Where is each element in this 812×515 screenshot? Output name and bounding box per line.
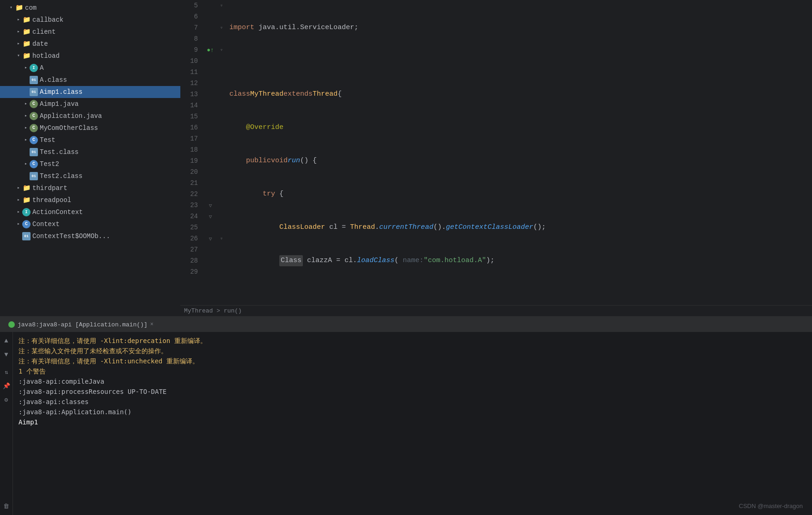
label-com: com <box>25 3 37 13</box>
tree-item-ActionContext[interactable]: I ActionContext <box>0 206 180 218</box>
tree-item-Aimp1-class[interactable]: 01 Aimp1.class <box>0 86 180 98</box>
tree-item-Aimp1-java[interactable]: C Aimp1.java <box>0 98 180 110</box>
label-MyComOtherClass: MyComOtherClass <box>40 123 98 133</box>
folder-icon-client: 📁 <box>22 28 31 36</box>
gutter-11 <box>203 67 217 78</box>
gutter-20 <box>203 166 217 178</box>
settings-button[interactable]: ⚙ <box>1 395 12 405</box>
gutter-24: ▽ <box>203 211 217 222</box>
filter-button[interactable]: ⇅ <box>1 367 12 377</box>
java-icon-Test2: C <box>30 160 38 168</box>
tree-item-Test[interactable]: C Test <box>0 134 180 146</box>
label-Test2-class: Test2.class <box>40 171 82 181</box>
scroll-down-button[interactable]: ▼ <box>1 349 12 360</box>
java-icon-Application: C <box>30 112 38 120</box>
folder-icon-com: 📁 <box>15 4 23 12</box>
arrow-Context <box>15 219 22 229</box>
classfile-icon-Test-class: 01 <box>30 148 38 156</box>
gutter-21 <box>203 178 217 189</box>
folder-icon-threadpool: 📁 <box>22 196 31 204</box>
arrow-date <box>15 39 22 49</box>
code-line-10: try { <box>229 189 808 200</box>
console-line-3: 注：有关详细信息，请使用 -Xlint:unchecked 重新编译。 <box>18 356 806 366</box>
tree-item-date[interactable]: 📁 date <box>0 38 180 50</box>
interface-icon-ActionContext: I <box>22 208 31 216</box>
tree-item-MyComOtherClass[interactable]: C MyComOtherClass <box>0 122 180 134</box>
run-tab[interactable]: java8:java8-api [Application.main()] × <box>4 317 158 332</box>
code-line-13 <box>229 288 808 300</box>
console-line-4: 1 个警告 <box>18 366 806 376</box>
label-Aimp1-class: Aimp1.class <box>40 87 82 97</box>
label-thirdpart: thirdpart <box>32 183 68 193</box>
tree-item-client[interactable]: 📁 client <box>0 26 180 38</box>
java-icon-Context: C <box>22 220 31 228</box>
side-buttons: ▲ ▼ ⇅ 📌 ⚙ 🗑 <box>0 332 13 515</box>
label-Aimp1-java: Aimp1.java <box>40 99 79 109</box>
tree-item-A-class[interactable]: 01 A.class <box>0 74 180 86</box>
tree-item-Test2-class[interactable]: 01 Test2.class <box>0 170 180 182</box>
label-Test-class: Test.class <box>40 147 79 157</box>
arrow-com <box>7 3 15 13</box>
tree-item-thirdpart[interactable]: 📁 thirdpart <box>0 182 180 194</box>
arrow-hotload <box>15 51 22 61</box>
bottom-panel: java8:java8-api [Application.main()] × ▲… <box>0 316 812 515</box>
gutter-9: ● ↑ <box>203 44 217 55</box>
tree-item-threadpool[interactable]: 📁 threadpool <box>0 194 180 206</box>
label-Test2: Test2 <box>40 159 59 169</box>
gutter-6 <box>203 11 217 22</box>
code-line-9: public void run() { <box>229 155 808 166</box>
label-ActionContext: ActionContext <box>32 207 83 217</box>
fold-indicators: ▿ ▿ ▿ ▿ <box>217 0 226 305</box>
code-line-7: class MyThread extends Thread{ <box>229 89 808 100</box>
file-tree[interactable]: 📁 com 📁 callback 📁 client 📁 date 📁 hotlo… <box>0 0 180 316</box>
gutter-27 <box>203 244 217 255</box>
gutter-8 <box>203 33 217 44</box>
console-line-9: Aimp1 <box>18 417 806 427</box>
label-A-class: A.class <box>40 75 67 85</box>
tree-item-Application-java[interactable]: C Application.java <box>0 110 180 122</box>
tree-item-Test2[interactable]: C Test2 <box>0 158 180 170</box>
tree-item-A[interactable]: I A <box>0 62 180 74</box>
gutter-19 <box>203 155 217 166</box>
folder-icon-date: 📁 <box>22 40 31 48</box>
classfile-icon-Test2-class: 01 <box>30 172 38 180</box>
code-line-6 <box>229 55 808 67</box>
java-icon-Test: C <box>30 136 38 144</box>
scroll-up-button[interactable]: ▲ <box>1 336 12 346</box>
tree-item-callback[interactable]: 📁 callback <box>0 14 180 26</box>
gutter-7 <box>203 22 217 33</box>
label-Application-java: Application.java <box>40 111 102 121</box>
code-line-8: @Override <box>229 122 808 133</box>
tree-item-Test-class[interactable]: 01 Test.class <box>0 146 180 158</box>
trash-button[interactable]: 🗑 <box>1 501 12 511</box>
arrow-Application-java <box>22 111 30 121</box>
gutter-29 <box>203 266 217 277</box>
arrow-Aimp1-java <box>22 99 30 109</box>
pin-button[interactable]: 📌 <box>1 381 12 391</box>
code-line-11: ClassLoader cl = Thread.currentThread().… <box>229 222 808 233</box>
gutter-22 <box>203 189 217 200</box>
arrow-MyComOtherClass <box>22 123 30 133</box>
label-A: A <box>40 63 43 73</box>
tree-item-ContextTest[interactable]: 01 ContextTest$OOMOb... <box>0 230 180 242</box>
gutter-26: ▽ <box>203 233 217 244</box>
gutter-18 <box>203 144 217 155</box>
java-icon-MyComOtherClass: C <box>30 124 38 132</box>
gutter-12 <box>203 78 217 89</box>
interface-icon-A: I <box>30 64 38 72</box>
tree-item-Context[interactable]: C Context <box>0 218 180 230</box>
close-tab-button[interactable]: × <box>150 321 154 328</box>
java-icon-Aimp1: C <box>30 100 38 108</box>
label-client: client <box>32 27 55 37</box>
gutter-5 <box>203 0 217 11</box>
label-ContextTest: ContextTest$OOMOb... <box>32 231 110 241</box>
tree-item-com[interactable]: 📁 com <box>0 2 180 14</box>
label-callback: callback <box>32 15 63 25</box>
console-line-6: :java8-api:processResources UP-TO-DATE <box>18 386 806 397</box>
run-icon <box>8 321 15 328</box>
code-editor[interactable]: import java.util.ServiceLoader; class My… <box>226 0 812 305</box>
tree-item-hotload[interactable]: 📁 hotload <box>0 50 180 62</box>
arrow-client <box>15 27 22 37</box>
gutter-16 <box>203 122 217 133</box>
code-content[interactable]: 5 6 7 8 9 10 11 12 13 14 15 16 17 18 19 … <box>180 0 812 305</box>
